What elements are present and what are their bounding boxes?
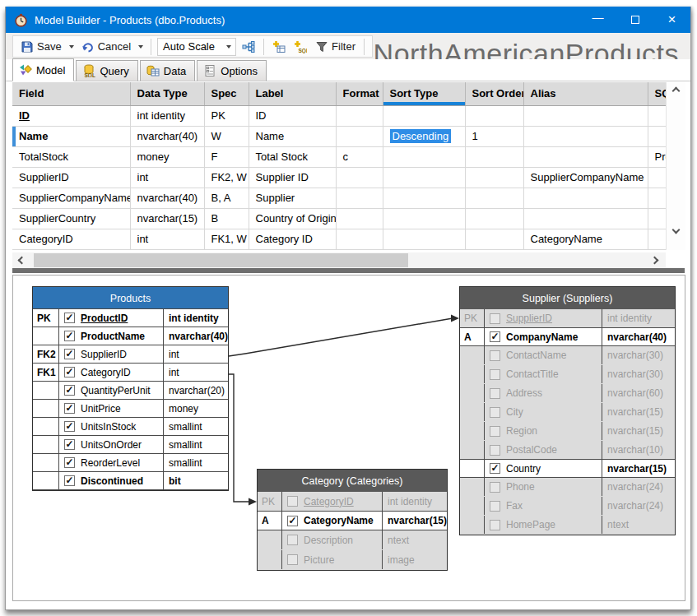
cell-alias[interactable]: SupplierCompanyName — [523, 167, 648, 188]
cell-spec[interactable]: F — [204, 146, 249, 167]
checked-checkbox[interactable] — [64, 331, 75, 341]
grid-vertical-scrollbar[interactable] — [666, 82, 685, 250]
column-header-format[interactable]: Format — [336, 82, 383, 105]
cell-label[interactable]: Supplier ID — [249, 167, 336, 188]
cell-sort_type[interactable]: Descending — [383, 126, 465, 146]
cell-field[interactable]: Name — [12, 126, 130, 146]
cell-sort_order[interactable] — [465, 229, 523, 249]
cell-field[interactable]: SupplierCountry — [12, 208, 130, 229]
cell-sort_type[interactable] — [383, 188, 465, 208]
cell-alias[interactable] — [523, 188, 648, 208]
add-field-icon[interactable] — [272, 40, 286, 53]
cell-data_type[interactable]: int — [130, 167, 204, 188]
unchecked-checkbox[interactable] — [490, 369, 500, 380]
cell-label[interactable]: Category ID — [249, 229, 336, 249]
scroll-right-button[interactable] — [648, 252, 664, 268]
cell-sort_type[interactable] — [383, 146, 465, 167]
checked-checkbox[interactable] — [490, 463, 500, 474]
unchecked-checkbox[interactable] — [490, 350, 500, 361]
unchecked-checkbox[interactable] — [490, 482, 500, 493]
scroll-down-button[interactable] — [667, 224, 685, 239]
cell-sort_order[interactable] — [465, 146, 523, 167]
checked-checkbox[interactable] — [64, 457, 75, 468]
cell-sql[interactable] — [648, 105, 666, 126]
unchecked-checkbox[interactable] — [490, 445, 500, 456]
cell-field[interactable]: SupplierID — [12, 167, 130, 188]
cell-format[interactable] — [336, 208, 383, 229]
tab-query[interactable]: SQL Query — [76, 60, 137, 81]
unchecked-checkbox[interactable] — [490, 313, 500, 324]
checked-checkbox[interactable] — [64, 403, 75, 414]
checked-checkbox[interactable] — [64, 421, 75, 432]
tab-model[interactable]: Model — [12, 58, 74, 81]
cell-sql[interactable] — [648, 167, 666, 188]
checked-checkbox[interactable] — [490, 331, 500, 342]
cell-sort_order[interactable]: 1 — [465, 126, 523, 146]
column-header-alias[interactable]: Alias — [523, 82, 648, 105]
unchecked-checkbox[interactable] — [490, 501, 500, 512]
checked-checkbox[interactable] — [64, 475, 75, 486]
checked-checkbox[interactable] — [64, 385, 75, 396]
cell-format[interactable] — [336, 188, 383, 208]
cancel-dropdown-arrow[interactable] — [138, 45, 143, 49]
column-header-sort-order[interactable]: Sort Order — [465, 82, 523, 105]
grid-horizontal-scrollbar[interactable] — [12, 252, 666, 268]
cancel-button[interactable]: Cancel — [79, 39, 133, 55]
cell-sort_order[interactable] — [465, 167, 523, 188]
cell-sort_type[interactable] — [383, 105, 465, 126]
cell-data_type[interactable]: int — [130, 229, 204, 249]
cell-format[interactable]: c — [336, 146, 383, 167]
save-button[interactable]: Save — [18, 39, 64, 55]
unchecked-checkbox[interactable] — [490, 520, 500, 530]
cell-sql[interactable] — [648, 188, 666, 208]
splitter-bar[interactable] — [12, 268, 685, 273]
column-header-label[interactable]: Label — [249, 82, 336, 105]
cell-alias[interactable]: CategoryName — [523, 229, 648, 249]
checked-checkbox[interactable] — [64, 439, 75, 450]
close-button[interactable]: × — [653, 7, 690, 33]
scroll-left-button[interactable] — [12, 252, 29, 268]
unchecked-checkbox[interactable] — [287, 554, 298, 565]
cell-spec[interactable]: PK — [204, 105, 249, 126]
cell-sort_type[interactable] — [383, 208, 465, 229]
cell-spec[interactable]: FK1, W — [204, 229, 249, 249]
cell-spec[interactable]: W — [204, 126, 249, 146]
cell-format[interactable] — [336, 229, 383, 249]
cell-spec[interactable]: B — [204, 208, 249, 229]
column-header-sql[interactable]: SQL — [648, 82, 666, 105]
unchecked-checkbox[interactable] — [287, 496, 298, 507]
scroll-up-button[interactable] — [667, 82, 685, 97]
cell-data_type[interactable]: nvarchar(40) — [130, 126, 204, 146]
tab-data[interactable]: Data — [140, 60, 195, 81]
cell-label[interactable]: ID — [249, 105, 336, 126]
cell-format[interactable] — [336, 126, 383, 146]
diagram-table-title[interactable]: Products — [33, 287, 228, 309]
add-sql-formula-icon[interactable]: SQL — [294, 40, 307, 53]
diagram-table-title[interactable]: Category (Categories) — [258, 470, 447, 492]
column-header-sort-type[interactable]: Sort Type — [383, 82, 465, 105]
cell-sort_order[interactable] — [465, 105, 523, 126]
column-header-field[interactable]: Field — [12, 82, 130, 105]
cell-sql[interactable] — [648, 229, 666, 249]
column-header-spec[interactable]: Spec — [204, 82, 249, 105]
cell-spec[interactable]: FK2, W — [204, 167, 249, 188]
cell-label[interactable]: Total Stock — [249, 146, 336, 167]
cell-data_type[interactable]: nvarchar(40) — [130, 188, 204, 208]
unchecked-checkbox[interactable] — [490, 407, 500, 418]
arrange-diagram-icon[interactable] — [242, 40, 255, 53]
cell-label[interactable]: Name — [249, 126, 336, 146]
cell-field[interactable]: CategoryID — [12, 229, 130, 249]
diagram-table-title[interactable]: Supplier (Suppliers) — [460, 287, 675, 309]
cell-label[interactable]: Country of Origin — [249, 208, 336, 229]
unchecked-checkbox[interactable] — [490, 426, 500, 437]
unchecked-checkbox[interactable] — [287, 535, 298, 545]
cell-field[interactable]: TotalStock — [12, 146, 130, 167]
cell-sort_type[interactable] — [383, 167, 465, 188]
cell-sql[interactable] — [648, 126, 666, 146]
checked-checkbox[interactable] — [64, 313, 75, 323]
cell-alias[interactable] — [523, 146, 648, 167]
maximize-button[interactable] — [616, 7, 653, 33]
cell-format[interactable] — [336, 105, 383, 126]
unchecked-checkbox[interactable] — [490, 388, 500, 399]
minimize-button[interactable]: — — [579, 7, 616, 33]
